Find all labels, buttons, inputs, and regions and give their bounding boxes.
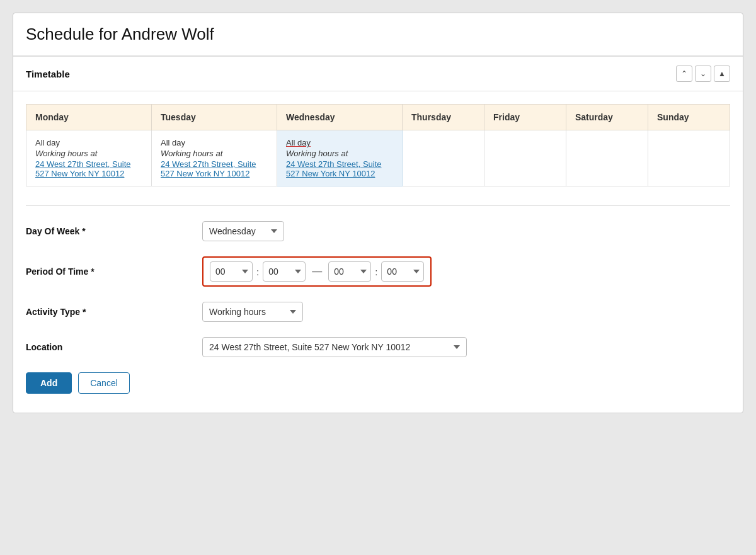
- add-button[interactable]: Add: [26, 372, 72, 394]
- time-dash: —: [308, 266, 326, 277]
- activity-type-row: Activity Type * Working hours Break Othe…: [26, 302, 730, 322]
- period-of-time-row: Period Of Time * 00 010203 040506 070809…: [26, 256, 730, 287]
- required-star-day: *: [82, 226, 85, 236]
- th-friday: Friday: [484, 105, 566, 130]
- cancel-button[interactable]: Cancel: [78, 372, 130, 394]
- end-min-select[interactable]: 00 153045: [381, 261, 424, 282]
- period-of-time-control: 00 010203 040506 070809 101112 131415 16…: [202, 256, 432, 287]
- tuesday-workinghours: Working hours at: [161, 149, 268, 158]
- form-buttons: Add Cancel: [26, 372, 730, 394]
- activity-type-control: Working hours Break Other: [202, 302, 303, 322]
- cell-tuesday: All day Working hours at 24 West 27th St…: [152, 130, 277, 186]
- monday-location-link[interactable]: 24 West 27th Street, Suite 527 New York …: [35, 159, 142, 178]
- expand-button[interactable]: ▲: [714, 66, 730, 82]
- day-of-week-select[interactable]: Monday Tuesday Wednesday Thursday Friday…: [202, 221, 284, 241]
- period-wrapper: 00 010203 040506 070809 101112 131415 16…: [202, 256, 432, 287]
- th-sunday: Sunday: [648, 105, 730, 130]
- page-title-bar: Schedule for Andrew Wolf: [13, 13, 743, 56]
- th-wednesday: Wednesday: [277, 105, 403, 130]
- cell-thursday: [403, 130, 484, 186]
- th-thursday: Thursday: [403, 105, 484, 130]
- start-time-colon: :: [255, 266, 260, 277]
- cell-saturday: [566, 130, 648, 186]
- cell-wednesday: All day Working hours at 24 West 27th St…: [277, 130, 403, 186]
- activity-type-select[interactable]: Working hours Break Other: [202, 302, 303, 322]
- tuesday-location-link[interactable]: 24 West 27th Street, Suite 527 New York …: [161, 159, 268, 178]
- section-header: Timetable ⌃ ⌄ ▲: [13, 56, 743, 91]
- end-hour-select[interactable]: 00 010203 040506 070809 101112 131415 16…: [328, 261, 371, 282]
- wednesday-allday: All day: [286, 138, 393, 147]
- th-saturday: Saturday: [566, 105, 648, 130]
- main-container: Schedule for Andrew Wolf Timetable ⌃ ⌄ ▲…: [13, 13, 743, 413]
- period-of-time-label: Period Of Time *: [26, 266, 202, 277]
- section-controls: ⌃ ⌄ ▲: [676, 66, 730, 82]
- cell-monday: All day Working hours at 24 West 27th St…: [26, 130, 152, 186]
- form-section: Day Of Week * Monday Tuesday Wednesday T…: [26, 205, 730, 394]
- collapse-up-button[interactable]: ⌃: [676, 66, 692, 82]
- cell-friday: [484, 130, 566, 186]
- monday-workinghours: Working hours at: [35, 149, 142, 158]
- day-of-week-label: Day Of Week *: [26, 226, 202, 236]
- activity-type-label: Activity Type *: [26, 307, 202, 317]
- collapse-down-button[interactable]: ⌄: [695, 66, 711, 82]
- location-select[interactable]: 24 West 27th Street, Suite 527 New York …: [202, 337, 467, 357]
- th-monday: Monday: [26, 105, 152, 130]
- timetable: Monday Tuesday Wednesday Thursday Friday…: [26, 104, 730, 186]
- day-of-week-row: Day Of Week * Monday Tuesday Wednesday T…: [26, 221, 730, 241]
- location-label: Location: [26, 342, 202, 352]
- day-of-week-control: Monday Tuesday Wednesday Thursday Friday…: [202, 221, 284, 241]
- page-title: Schedule for Andrew Wolf: [26, 25, 730, 44]
- wednesday-location-link[interactable]: 24 West 27th Street, Suite 527 New York …: [286, 159, 393, 178]
- start-min-select[interactable]: 00 153045: [263, 261, 306, 282]
- required-star-period: *: [91, 266, 94, 277]
- location-row: Location 24 West 27th Street, Suite 527 …: [26, 337, 730, 357]
- th-tuesday: Tuesday: [152, 105, 277, 130]
- location-control: 24 West 27th Street, Suite 527 New York …: [202, 337, 467, 357]
- monday-allday: All day: [35, 138, 142, 147]
- tuesday-allday: All day: [161, 138, 268, 147]
- wednesday-workinghours: Working hours at: [286, 149, 393, 158]
- timetable-section-title: Timetable: [26, 69, 70, 79]
- required-star-activity: *: [83, 307, 86, 317]
- end-time-colon: :: [374, 266, 379, 277]
- start-hour-select[interactable]: 00 010203 040506 070809 101112 131415 16…: [210, 261, 253, 282]
- cell-sunday: [648, 130, 730, 186]
- content-area: Monday Tuesday Wednesday Thursday Friday…: [13, 91, 743, 413]
